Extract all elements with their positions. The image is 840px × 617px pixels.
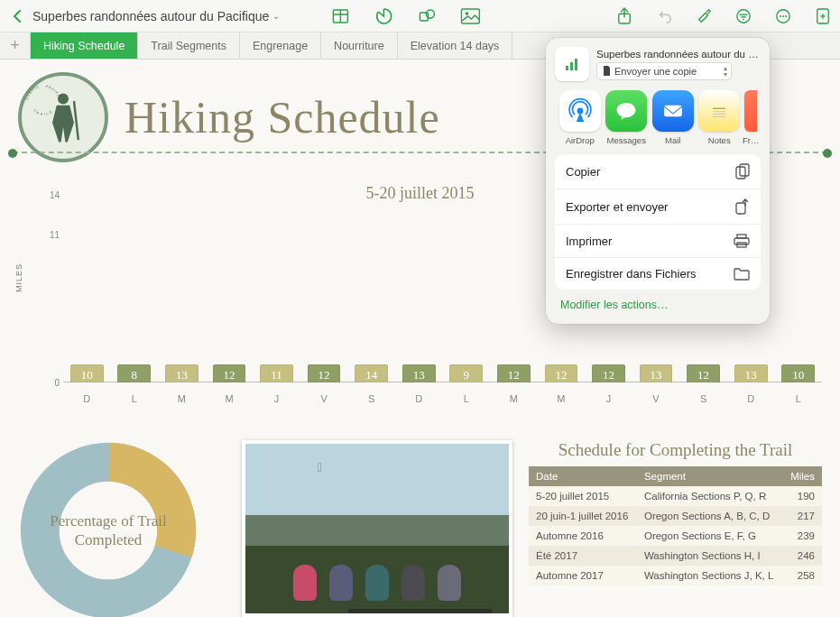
table-row[interactable]: 20 juin-1 juillet 2016Oregon Sections A,…: [529, 506, 822, 526]
tab-engrenage[interactable]: Engrenage: [240, 32, 321, 59]
mail-button[interactable]: Mail: [650, 90, 697, 145]
tab-nourriture[interactable]: Nourriture: [321, 32, 398, 59]
bar[interactable]: 12: [497, 364, 531, 382]
messages-button[interactable]: Messages: [604, 90, 651, 145]
copy-action[interactable]: Copier: [555, 154, 761, 189]
bar[interactable]: 9: [449, 364, 483, 382]
action-label: Enregistrer dans Fichiers: [566, 267, 697, 281]
insert-toolbar: [330, 6, 480, 26]
save-files-action[interactable]: Enregistrer dans Fichiers: [555, 257, 761, 290]
bar[interactable]: 14: [355, 364, 388, 382]
bar[interactable]: 12: [308, 364, 341, 382]
bar[interactable]: 11: [260, 364, 293, 382]
share-icon[interactable]: [614, 6, 634, 26]
x-tick: L: [774, 393, 822, 404]
col-segment: Segment: [637, 466, 783, 486]
tab-label: Engrenage: [253, 40, 308, 52]
cell-miles: 239: [783, 526, 822, 546]
insert-shape-icon[interactable]: [417, 6, 437, 26]
tab-trail-segments[interactable]: Trail Segments: [138, 32, 240, 59]
svg-text:TRAILS: TRAILS: [32, 109, 54, 116]
bar-slot: 13: [395, 364, 443, 382]
format-brush-icon[interactable]: [694, 6, 714, 26]
bar-slot: 12: [538, 364, 586, 382]
table-row[interactable]: Été 2017Washington Sections H, I246: [529, 546, 822, 566]
donut-chart[interactable]: Percentage of Trail Completed: [18, 440, 226, 617]
back-button[interactable]: [7, 5, 29, 27]
x-tick: V: [632, 393, 680, 404]
bar[interactable]: 13: [402, 364, 436, 382]
cell-date: 5-20 juillet 2015: [529, 486, 637, 506]
table-row[interactable]: 5-20 juillet 2015California Sections P, …: [529, 486, 822, 506]
y-axis-label: MILES: [14, 263, 23, 292]
bar[interactable]: 13: [165, 364, 198, 382]
bar[interactable]: 10: [70, 364, 104, 382]
chevron-down-icon: ⌄: [272, 11, 280, 21]
cell-miles: 217: [783, 506, 822, 526]
bar[interactable]: 13: [640, 364, 673, 382]
share-popover: Superbes randonnées autour du Paci… Envo…: [546, 38, 770, 324]
bar[interactable]: 12: [545, 364, 578, 382]
export-action[interactable]: Exporter et envoyer: [555, 189, 761, 224]
bird-icon: 𓅮: [318, 460, 322, 474]
svg-rect-35: [740, 164, 749, 176]
x-tick: M: [158, 393, 206, 404]
action-label: Copier: [566, 165, 600, 179]
x-tick: D: [727, 393, 775, 404]
svg-rect-36: [736, 203, 745, 214]
schedule-table-wrap: Schedule for Completing the Trail Date S…: [529, 440, 822, 585]
target-label: AirDrop: [566, 135, 595, 145]
cell-date: Été 2017: [529, 546, 637, 566]
bar-slot: 14: [347, 364, 395, 382]
bar[interactable]: 10: [781, 364, 815, 382]
bar[interactable]: 12: [687, 364, 720, 382]
svg-line-22: [74, 101, 78, 140]
schedule-heading: Schedule for Completing the Trail: [529, 440, 822, 461]
tab-label: Hiking Schedule: [43, 40, 125, 52]
bar[interactable]: 12: [592, 364, 625, 382]
x-labels: DLMMJVSDLMMJVSDL: [63, 393, 822, 404]
target-label: Mail: [665, 135, 680, 145]
bar[interactable]: 13: [734, 364, 768, 382]
tab-elevation[interactable]: Elevation 14 days: [398, 32, 513, 59]
home-indicator[interactable]: [348, 609, 493, 613]
airdrop-button[interactable]: AirDrop: [557, 90, 604, 145]
top-toolbar: Superbes randonnées autour du Pacifique …: [0, 0, 840, 32]
schedule-table[interactable]: Date Segment Miles 5-20 juillet 2015Cali…: [529, 466, 822, 585]
more-targets[interactable]: Fr…: [743, 90, 759, 145]
table-row[interactable]: Automne 2016Oregon Sections E, F, G239: [529, 526, 822, 546]
insert-media-icon[interactable]: [460, 6, 480, 26]
action-label: Exporter et envoyer: [566, 200, 668, 214]
tab-hiking-schedule[interactable]: Hiking Schedule: [31, 32, 138, 59]
target-label: Notes: [708, 135, 731, 145]
svg-point-14: [782, 15, 784, 17]
cell-segment: California Sections P, Q, R: [637, 486, 783, 506]
table-row[interactable]: Automne 2017Washington Sections J, K, L2…: [529, 566, 822, 585]
document-title[interactable]: Superbes randonnées autour du Pacifique …: [32, 9, 280, 23]
bar-slot: 13: [158, 364, 206, 382]
edit-actions-link[interactable]: Modifier les actions…: [555, 290, 761, 315]
x-tick: L: [111, 393, 159, 404]
svg-point-8: [737, 9, 750, 22]
bar[interactable]: 8: [117, 364, 151, 382]
insert-table-icon[interactable]: [330, 6, 350, 26]
page-title: Hiking Schedule: [125, 91, 440, 143]
more-icon[interactable]: [773, 6, 793, 26]
tab-label: Elevation 14 days: [411, 40, 500, 52]
bar-slot: 12: [679, 364, 727, 382]
x-tick: J: [585, 393, 632, 404]
popover-doc-title: Superbes randonnées autour du Paci…: [596, 49, 761, 60]
insert-chart-icon[interactable]: [374, 6, 393, 26]
send-copy-select[interactable]: Envoyer une copie ▴▾: [596, 62, 732, 80]
cell-miles: 246: [783, 546, 822, 566]
tab-label: Trail Segments: [151, 40, 226, 52]
col-date: Date: [529, 466, 637, 486]
bar-slot: 10: [774, 364, 822, 382]
photo[interactable]: 𓅮: [242, 440, 512, 617]
filter-icon[interactable]: [734, 6, 753, 26]
notes-button[interactable]: Notes: [697, 90, 743, 145]
add-sheet-button[interactable]: +: [0, 32, 31, 59]
new-sheet-icon[interactable]: [813, 6, 833, 26]
print-action[interactable]: Imprimer: [555, 224, 761, 257]
bar[interactable]: 12: [213, 364, 246, 382]
